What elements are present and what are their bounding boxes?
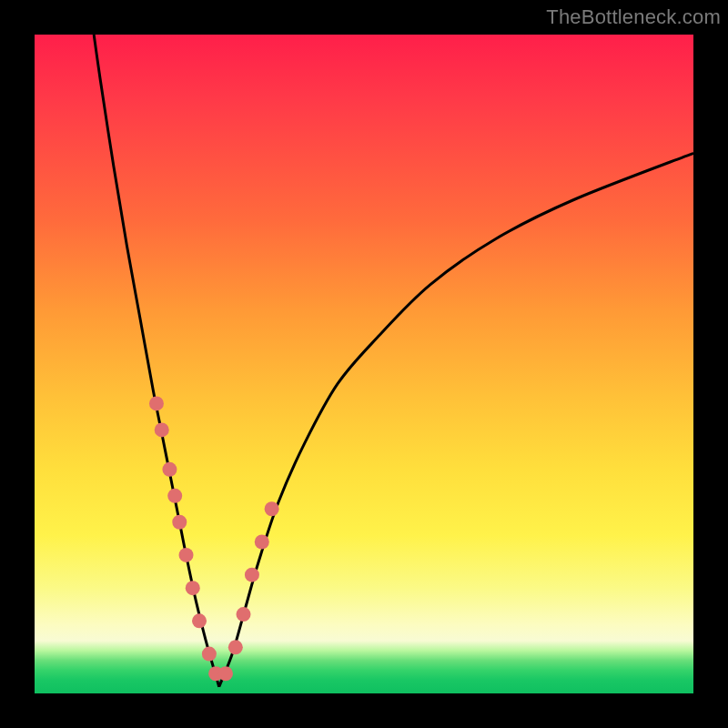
scatter-dot bbox=[172, 515, 187, 530]
scatter-dot bbox=[162, 462, 177, 477]
curve-left-branch bbox=[94, 35, 219, 687]
scatter-dot bbox=[179, 548, 194, 562]
scatter-dot bbox=[255, 534, 269, 549]
scatter-dot bbox=[202, 647, 217, 662]
scatter-dot bbox=[265, 501, 279, 516]
scatter-dot bbox=[167, 489, 182, 503]
scatter-dot bbox=[192, 613, 207, 628]
scatter-dot bbox=[237, 607, 251, 622]
scatter-dot bbox=[218, 666, 233, 681]
curve-right-branch bbox=[219, 153, 693, 686]
scatter-dots bbox=[149, 396, 279, 681]
scatter-dot bbox=[155, 422, 169, 437]
chart-svg bbox=[35, 35, 693, 693]
scatter-dot bbox=[149, 396, 164, 410]
plot-area bbox=[35, 35, 693, 693]
scatter-dot bbox=[186, 581, 200, 595]
scatter-dot bbox=[245, 568, 259, 582]
scatter-dot bbox=[228, 640, 243, 654]
watermark-text: TheBottleneck.com bbox=[546, 5, 721, 29]
chart-frame: TheBottleneck.com bbox=[0, 0, 728, 728]
